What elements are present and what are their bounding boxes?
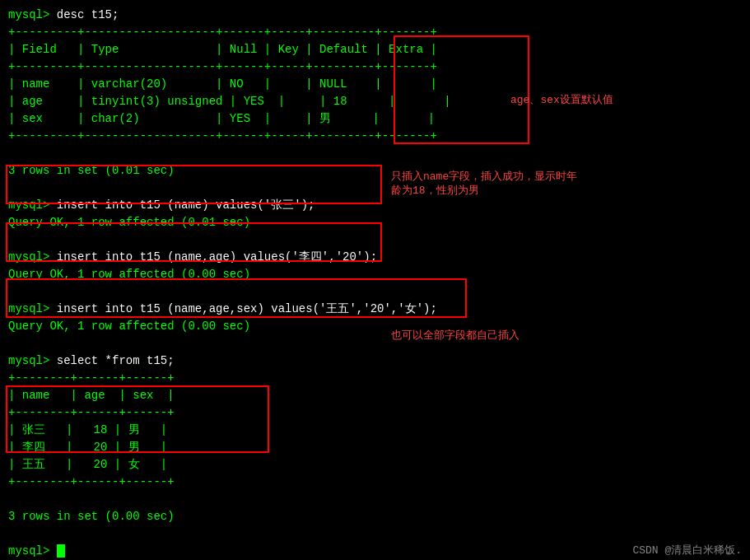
line-7: +---------+-------------------+------+--…: [8, 128, 742, 145]
line-blank-3: [8, 231, 742, 249]
line-header: | name | age | sex |: [8, 387, 742, 404]
prompt-select: mysql>: [8, 354, 57, 367]
line-sep3: +--------+------+------+: [8, 474, 742, 491]
line-1: +---------+-------------------+------+--…: [8, 24, 742, 41]
line-2: | Field | Type | Null | Key | Default | …: [8, 41, 742, 58]
line-r2: | 李四 | 20 | 男 |: [8, 439, 742, 456]
line-insert1: mysql> insert into t15 (name) values('张三…: [8, 197, 742, 214]
line-insert3: mysql> insert into t15 (name,age,sex) va…: [8, 301, 742, 318]
cmd-select: select *from t15;: [57, 354, 175, 367]
line-rows1: 3 rows in set (0.01 sec): [8, 162, 742, 180]
terminal: mysql> desc t15; +---------+------------…: [0, 0, 750, 560]
line-5: | age | tinyint(3) unsigned | YES | | 18…: [8, 93, 742, 110]
watermark: CSDN @清晨白米稀饭.: [632, 543, 742, 559]
line-blank-6: [8, 491, 742, 508]
line-blank-1: [8, 145, 742, 162]
prompt-final: mysql>: [8, 544, 57, 558]
line-r1: | 张三 | 18 | 男 |: [8, 422, 742, 439]
line-ok2: Query OK, 1 row affected (0.00 sec): [8, 266, 742, 283]
cmd-insert1: insert into t15 (name) values('张三');: [57, 198, 315, 212]
cmd-0: desc t15;: [57, 8, 119, 21]
line-3: +---------+-------------------+------+--…: [8, 58, 742, 76]
prompt-0: mysql>: [8, 8, 57, 21]
line-blank-5: [8, 335, 742, 352]
line-ok1: Query OK, 1 row affected (0.01 sec): [8, 214, 742, 231]
line-blank-4: [8, 283, 742, 301]
line-sep1: +--------+------+------+: [8, 370, 742, 387]
line-r3: | 王五 | 20 | 女 |: [8, 456, 742, 474]
line-insert2: mysql> insert into t15 (name,age) values…: [8, 249, 742, 266]
line-rows2: 3 rows in set (0.00 sec): [8, 508, 742, 525]
line-0: mysql> desc t15;: [8, 7, 742, 24]
line-blank-7: [8, 525, 742, 543]
line-blank-2: [8, 180, 742, 197]
prompt-insert3: mysql>: [8, 302, 57, 315]
prompt-insert2: mysql>: [8, 250, 57, 264]
cmd-insert3: insert into t15 (name,age,sex) values('王…: [57, 302, 437, 315]
line-6: | sex | char(2) | YES | | 男 | |: [8, 110, 742, 128]
prompt-insert1: mysql>: [8, 198, 57, 212]
cursor: [57, 544, 65, 558]
line-final: mysql>: [8, 543, 742, 560]
line-ok3: Query OK, 1 row affected (0.00 sec): [8, 318, 742, 335]
line-sep2: +--------+------+------+: [8, 404, 742, 422]
line-select: mysql> select *from t15;: [8, 352, 742, 370]
line-4: | name | varchar(20) | NO | | NULL | |: [8, 76, 742, 93]
cmd-insert2: insert into t15 (name,age) values('李四','…: [57, 250, 377, 264]
